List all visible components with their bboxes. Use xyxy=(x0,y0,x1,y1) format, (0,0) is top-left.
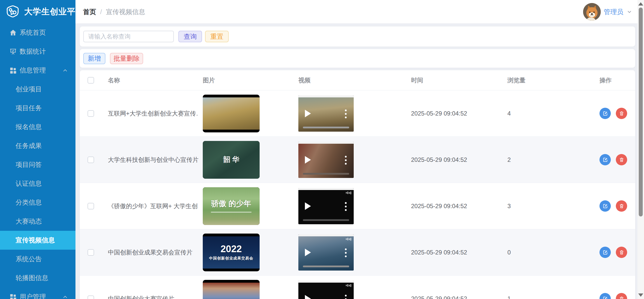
view-count: 2 xyxy=(507,156,511,163)
sidebar-item-label: 用户管理 xyxy=(20,292,46,299)
search-panel: 查询 重置 xyxy=(80,26,635,47)
query-button[interactable]: 查询 xyxy=(178,31,202,42)
delete-button[interactable] xyxy=(616,293,627,299)
video-player[interactable] xyxy=(298,281,354,299)
more-options-icon[interactable] xyxy=(345,248,347,257)
top-bar: 首页 / 宣传视频信息 管理员 xyxy=(75,0,644,24)
more-options-icon[interactable] xyxy=(345,295,347,299)
table-row: 《骄傲的少年》互联网+ 大学生创… 骄傲 的少年 2025-05-29 09:0… xyxy=(80,183,635,229)
row-checkbox[interactable] xyxy=(88,157,94,163)
search-input[interactable] xyxy=(83,31,174,42)
sidebar-item-label: 认证信息 xyxy=(16,179,42,188)
user-name[interactable]: 管理员 xyxy=(604,8,623,16)
play-icon[interactable] xyxy=(305,110,311,117)
user-menu[interactable]: 管理员 xyxy=(583,0,632,24)
sidebar-item-label: 系统公告 xyxy=(16,255,42,264)
play-icon[interactable] xyxy=(305,202,311,210)
play-icon[interactable] xyxy=(305,295,311,299)
sidebar-item-label: 信息管理 xyxy=(20,66,46,75)
sidebar-item-13[interactable]: 系统公告 xyxy=(0,250,75,269)
sidebar-item-11[interactable]: 大赛动态 xyxy=(0,212,75,231)
sidebar-item-14[interactable]: 轮播图信息 xyxy=(0,269,75,287)
sidebar-item-label: 创业项目 xyxy=(16,85,42,94)
sidebar-item-1[interactable]: 系统首页 xyxy=(0,23,75,42)
edit-button[interactable] xyxy=(599,154,611,165)
video-frame-top xyxy=(298,188,354,190)
grid-icon xyxy=(9,66,17,74)
more-options-icon[interactable] xyxy=(345,109,347,118)
table-row: 中国创新创业大赛宣传片 2025-05-29 09:04:52 1 xyxy=(80,276,635,299)
video-player[interactable] xyxy=(298,95,354,132)
delete-button[interactable] xyxy=(616,154,627,165)
row-checkbox[interactable] xyxy=(88,249,94,256)
video-player[interactable] xyxy=(298,188,354,224)
edit-button[interactable] xyxy=(599,247,611,258)
scroll-up-arrow-icon[interactable] xyxy=(638,2,643,6)
sidebar-menu: 系统首页数据统计信息管理创业项目项目任务报名信息任务成果项目问答认证信息分类信息… xyxy=(0,23,75,299)
play-icon[interactable] xyxy=(305,156,311,164)
sidebar-item-3[interactable]: 信息管理 xyxy=(0,61,75,80)
add-button[interactable]: 新增 xyxy=(83,53,105,64)
board-icon xyxy=(9,48,17,56)
image-thumbnail[interactable] xyxy=(203,280,260,299)
chevron-up-icon xyxy=(62,67,68,74)
view-count: 0 xyxy=(507,249,511,256)
view-count: 4 xyxy=(507,110,511,117)
sidebar-item-12[interactable]: 宣传视频信息 xyxy=(0,231,75,250)
row-checkbox[interactable] xyxy=(88,295,94,299)
more-options-icon[interactable] xyxy=(345,156,347,165)
batch-delete-button[interactable]: 批量删除 xyxy=(110,53,143,64)
video-progress-bar[interactable] xyxy=(303,173,349,175)
sidebar-item-9[interactable]: 认证信息 xyxy=(0,174,75,193)
play-icon[interactable] xyxy=(305,249,311,256)
more-options-icon[interactable] xyxy=(345,202,347,211)
sidebar-item-7[interactable]: 任务成果 xyxy=(0,136,75,155)
image-thumbnail[interactable]: 2022 中国创新创业成果交易会 xyxy=(203,234,260,271)
thumbnail-title: 2022 xyxy=(221,244,242,254)
edit-button[interactable] xyxy=(599,200,611,212)
thumbnail-subtitle: 中国创新创业成果交易会 xyxy=(209,256,253,261)
video-name: 互联网+大学生创新创业大赛宣传… xyxy=(108,109,198,118)
sidebar-item-label: 项目任务 xyxy=(16,104,42,113)
delete-button[interactable] xyxy=(616,108,627,119)
sidebar-item-4[interactable]: 创业项目 xyxy=(0,80,75,99)
grid-icon xyxy=(9,293,17,299)
sidebar-item-8[interactable]: 项目问答 xyxy=(0,155,75,174)
video-player[interactable] xyxy=(298,142,354,178)
breadcrumb-home[interactable]: 首页 xyxy=(83,8,96,16)
edit-button[interactable] xyxy=(599,293,611,299)
sidebar: 大学生创业平台 系统首页数据统计信息管理创业项目项目任务报名信息任务成果项目问答… xyxy=(0,0,75,299)
row-checkbox[interactable] xyxy=(88,203,94,209)
video-player[interactable] xyxy=(298,234,354,271)
video-progress-bar[interactable] xyxy=(303,219,349,221)
col-video: 视频 xyxy=(298,76,411,84)
sidebar-item-2[interactable]: 数据统计 xyxy=(0,42,75,61)
timestamp: 2025-05-29 09:04:52 xyxy=(411,110,467,117)
col-name: 名称 xyxy=(108,76,203,84)
sidebar-item-label: 任务成果 xyxy=(16,141,42,150)
video-frame-top xyxy=(298,95,354,97)
sidebar-item-5[interactable]: 项目任务 xyxy=(0,99,75,118)
sidebar-item-15[interactable]: 用户管理 xyxy=(0,287,75,299)
select-all-checkbox[interactable] xyxy=(88,77,94,84)
edit-button[interactable] xyxy=(599,108,611,119)
image-thumbnail[interactable]: 骄傲 的少年 xyxy=(203,187,260,225)
avatar[interactable] xyxy=(583,3,601,21)
video-progress-bar[interactable] xyxy=(303,266,349,267)
data-table: 名称 图片 视频 时间 浏览量 操作 互联网+大学生创新创业大赛宣传… xyxy=(80,70,635,299)
timestamp: 2025-05-29 09:04:52 xyxy=(411,295,467,299)
scrollbar[interactable] xyxy=(637,0,644,299)
video-progress-bar[interactable] xyxy=(303,127,349,128)
scroll-down-arrow-icon[interactable] xyxy=(638,293,643,297)
toolbar-panel: 新增 批量删除 xyxy=(80,49,635,68)
row-checkbox[interactable] xyxy=(88,110,94,117)
delete-button[interactable] xyxy=(616,247,627,258)
sidebar-item-6[interactable]: 报名信息 xyxy=(0,118,75,136)
reset-button[interactable]: 重置 xyxy=(205,31,229,42)
delete-button[interactable] xyxy=(616,200,627,212)
sidebar-item-10[interactable]: 分类信息 xyxy=(0,193,75,212)
scrollbar-thumb[interactable] xyxy=(639,8,643,216)
image-thumbnail[interactable]: 韶 华 xyxy=(203,141,260,179)
sidebar-item-label: 报名信息 xyxy=(16,123,42,131)
image-thumbnail[interactable] xyxy=(203,95,260,132)
